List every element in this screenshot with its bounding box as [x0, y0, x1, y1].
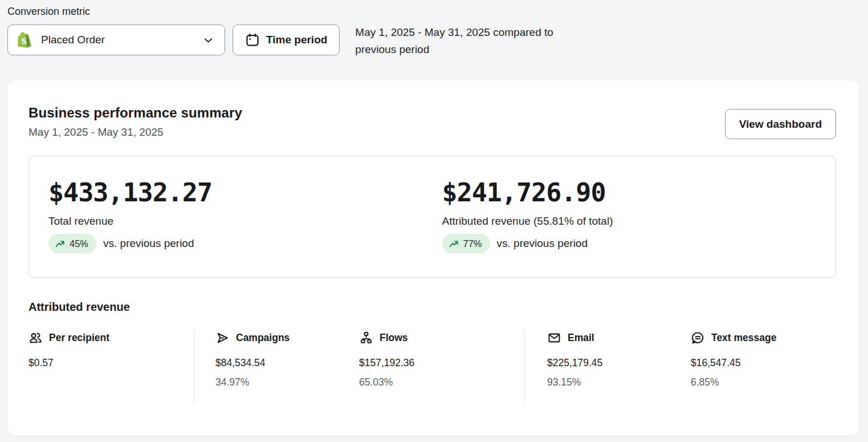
chat-icon — [691, 331, 705, 345]
svg-text:S: S — [21, 37, 27, 46]
campaigns-value: $84,534.54 — [215, 357, 359, 369]
revenue-stats-box: $433,132.27 Total revenue 45% vs. previo… — [28, 156, 836, 278]
flows-value: $157,192.36 — [359, 357, 524, 369]
business-performance-card: Business performance summary May 1, 2025… — [7, 80, 859, 436]
attributed-revenue-breakdown: Per recipient $0.57 Campaigns $84,534.54… — [28, 330, 836, 404]
per-recipient-value: $0.57 — [28, 357, 194, 369]
conversion-metric-toolbar: Conversion metric S Placed Order — [0, 0, 868, 58]
flow-icon — [359, 331, 373, 345]
per-recipient-label: Per recipient — [49, 332, 109, 344]
total-revenue-change-note: vs. previous period — [103, 237, 194, 250]
conversion-metric-value: Placed Order — [41, 34, 202, 46]
text-message-column: Text message $16,547.45 6.85% — [691, 330, 836, 404]
attributed-revenue-change-note: vs. previous period — [497, 237, 588, 250]
trend-up-icon — [55, 238, 66, 249]
attributed-revenue-value: $241,726.90 — [442, 177, 836, 208]
view-dashboard-button[interactable]: View dashboard — [725, 109, 836, 139]
text-message-percent: 6.85% — [691, 376, 836, 388]
card-title: Business performance summary — [28, 105, 242, 121]
card-date-range: May 1, 2025 - May 31, 2025 — [28, 126, 242, 139]
total-revenue-stat: $433,132.27 Total revenue 45% vs. previo… — [48, 177, 442, 277]
chevron-down-icon — [202, 34, 214, 46]
calendar-icon — [245, 33, 260, 47]
attributed-revenue-label: Attributed revenue (55.81% of total) — [442, 215, 836, 228]
attributed-revenue-stat: $241,726.90 Attributed revenue (55.81% o… — [442, 177, 836, 277]
email-label: Email — [568, 332, 594, 344]
campaigns-label: Campaigns — [236, 332, 290, 344]
total-revenue-change: 45% — [70, 238, 88, 249]
attributed-revenue-change-badge: 77% — [442, 234, 490, 253]
flows-percent: 65.03% — [359, 376, 524, 388]
flows-column: Flows $157,192.36 65.03% — [359, 330, 524, 404]
total-revenue-change-badge: 45% — [48, 234, 96, 253]
date-range-note: May 1, 2025 - May 31, 2025 compared to p… — [355, 24, 583, 58]
send-icon — [215, 331, 230, 345]
conversion-metric-label: Conversion metric — [7, 6, 868, 18]
people-icon — [28, 331, 43, 345]
flows-label: Flows — [380, 332, 408, 344]
time-period-label: Time period — [266, 34, 327, 46]
attributed-revenue-change: 77% — [463, 238, 482, 249]
trend-up-icon — [449, 238, 459, 249]
campaigns-percent: 34.97% — [215, 376, 359, 388]
total-revenue-label: Total revenue — [48, 215, 442, 228]
text-message-value: $16,547.45 — [691, 357, 836, 369]
email-column: Email $225,179.45 93.15% — [524, 330, 691, 404]
email-value: $225,179.45 — [547, 357, 691, 369]
per-recipient-column: Per recipient $0.57 — [28, 330, 194, 404]
email-percent: 93.15% — [547, 376, 691, 388]
text-message-label: Text message — [711, 332, 776, 344]
attributed-revenue-heading: Attributed revenue — [28, 301, 836, 314]
email-icon — [547, 331, 561, 345]
shopify-icon: S — [17, 31, 34, 49]
campaigns-column: Campaigns $84,534.54 34.97% — [194, 330, 359, 404]
total-revenue-value: $433,132.27 — [48, 177, 442, 208]
time-period-button[interactable]: Time period — [233, 25, 340, 55]
conversion-metric-select[interactable]: S Placed Order — [7, 25, 225, 55]
